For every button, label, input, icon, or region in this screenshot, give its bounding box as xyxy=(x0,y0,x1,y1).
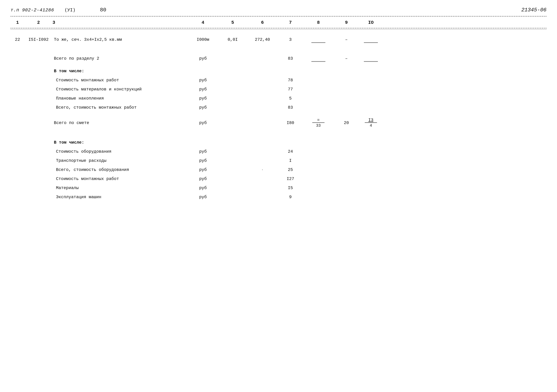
section-total-label: Всего по разделу 2 xyxy=(52,56,185,62)
section-total-col7: 83 xyxy=(280,56,301,62)
grand-total-col10: I3 4 xyxy=(357,117,385,129)
spacer1 xyxy=(10,46,547,54)
cost-label-0: Стоимость оборудования xyxy=(52,148,185,155)
cell-unit: I000м xyxy=(185,37,221,43)
cost-label-4: Материалы xyxy=(52,185,185,191)
header-title: т.п 902-2-41286 xyxy=(10,8,54,13)
col-header-5: 5 xyxy=(221,20,245,25)
cost-label-2: Всего, стоимость оборудования xyxy=(52,167,185,173)
cell-col8 xyxy=(301,37,336,44)
grand-total-unit: руб xyxy=(185,120,221,126)
subtotal-val-3: 83 xyxy=(280,105,301,111)
cell-description: То же, сеч. 3х4+Iх2,5 кв.мм xyxy=(52,37,185,43)
cost-unit-4: руб xyxy=(185,185,221,191)
section-total-unit: руб xyxy=(185,56,221,62)
divider-header-bottom xyxy=(10,28,547,28)
dbl-underline-8 xyxy=(311,37,325,43)
header: т.п 902-2-41286 (УI) 80 21345-06 xyxy=(10,7,547,13)
cost-label-1: Транспортные расходы xyxy=(52,158,185,164)
cost-unit-5: руб xyxy=(185,194,221,200)
cell-code: I5I-I092 xyxy=(25,37,52,43)
grand-total-col9: 20 xyxy=(336,120,357,126)
cell-col10 xyxy=(357,37,385,44)
col-header-9: 9 xyxy=(336,20,357,25)
header-code: 21345-06 xyxy=(521,7,547,13)
section-total-col8 xyxy=(301,56,336,62)
cell-empty-1 xyxy=(10,56,25,57)
cost-val-3: I27 xyxy=(280,176,301,182)
data-table: 22 I5I-I092 То же, сеч. 3х4+Iх2,5 кв.мм … xyxy=(10,35,547,202)
grand-total-label: Всего по смете xyxy=(52,120,185,126)
section-total-row: Всего по разделу 2 руб 83 – xyxy=(10,54,547,64)
col-header-1: 1 xyxy=(10,20,25,25)
cost-unit-2: руб xyxy=(185,167,221,173)
cost-row-1: Транспортные расходы руб I xyxy=(10,156,547,166)
subtotal-unit-3: руб xyxy=(185,105,221,111)
dbl-underline-10 xyxy=(364,37,378,43)
grand-total-row: Всего по смете руб I80 = 33 20 I3 4 xyxy=(10,116,547,130)
in-total-label2: В том числе: xyxy=(52,139,185,146)
table-row-main: 22 I5I-I092 То же, сеч. 3х4+Iх2,5 кв.мм … xyxy=(10,35,547,46)
col-header-8: 8 xyxy=(301,20,336,25)
subtotal-unit-2: руб xyxy=(185,95,221,101)
col-header-10: IO xyxy=(357,20,385,25)
subtotal-unit-1: руб xyxy=(185,86,221,92)
in-total-row: В том числе: xyxy=(10,67,547,76)
grand-total-col10-top: I3 xyxy=(365,118,377,123)
column-headers: 1 2 3 4 5 6 7 8 9 IO xyxy=(10,17,547,27)
grand-total-col8-bot: 33 xyxy=(316,123,321,128)
subtotal-val-1: 77 xyxy=(280,86,301,92)
grand-total-col7: I80 xyxy=(280,120,301,126)
section-total-empty6 xyxy=(245,56,280,57)
col-header-7: 7 xyxy=(280,20,301,25)
cost-row-0: Стоимость оборудования руб 24 xyxy=(10,147,547,156)
section-total-col10 xyxy=(357,56,385,62)
grand-total-col8-top: = xyxy=(312,118,325,123)
header-sub: (УI) xyxy=(65,8,75,13)
divider-top xyxy=(10,16,547,16)
cell-total: 3 xyxy=(280,37,301,43)
subtotal-val-2: 5 xyxy=(280,95,301,101)
cost-unit-0: руб xyxy=(185,148,221,155)
cost-unit-3: руб xyxy=(185,176,221,182)
subtotal-row-1: Стоимость материалов и конструкций руб 7… xyxy=(10,85,547,94)
cost-row-4: Материалы руб I5 xyxy=(10,184,547,193)
subtotal-row-0: Стоимость монтажных работ руб 78 xyxy=(10,76,547,85)
grand-total-col10-bot: 4 xyxy=(370,123,372,128)
cost-val-2: 25 xyxy=(280,167,301,173)
cell-row-num: 22 xyxy=(10,37,25,43)
col-header-2: 2 xyxy=(25,20,52,25)
subtotal-unit-0: руб xyxy=(185,77,221,83)
cost-val-1: I xyxy=(280,158,301,164)
col-header-6: 6 xyxy=(245,20,280,25)
cost-val-4: I5 xyxy=(280,185,301,191)
cell-price: 272,40 xyxy=(245,37,280,43)
cost-row-2: Всего, стоимость оборудования руб . 25 xyxy=(10,166,547,175)
section-total-col9: – xyxy=(336,56,357,62)
in-total-row2: В том числе: xyxy=(10,138,547,147)
spacer2 xyxy=(10,130,547,138)
col-header-3: 3 xyxy=(52,20,185,25)
cell-empty-2 xyxy=(25,56,52,57)
subtotal-row-2: Плановые накопления руб 5 xyxy=(10,94,547,103)
section-total-empty5 xyxy=(221,56,245,57)
subtotal-label-0: Стоимость монтажных работ xyxy=(52,77,185,83)
cost-val-0: 24 xyxy=(280,148,301,155)
in-total-label: В том числе: xyxy=(52,68,185,74)
cost-row-5: Эксплуатация машин руб 9 xyxy=(10,193,547,202)
col-header-4: 4 xyxy=(185,20,221,25)
cost-row-3: Стоимость монтажных работ руб I27 xyxy=(10,175,547,184)
cost-val-5: 9 xyxy=(280,194,301,200)
subtotal-label-3: Всего, стоимость монтажных работ xyxy=(52,105,185,111)
header-num: 80 xyxy=(100,7,106,13)
grand-total-col8: = 33 xyxy=(301,117,336,129)
cost-unit-1: руб xyxy=(185,158,221,164)
cell-col9: – xyxy=(336,37,357,43)
cell-qty: 0,0I xyxy=(221,37,245,43)
divider-header-bottom2 xyxy=(10,29,547,30)
subtotal-row-3: Всего, стоимость монтажных работ руб 83 xyxy=(10,103,547,113)
subtotal-val-0: 78 xyxy=(280,77,301,83)
subtotal-label-1: Стоимость материалов и конструкций xyxy=(52,86,185,92)
subtotal-label-2: Плановые накопления xyxy=(52,95,185,101)
cost-label-5: Эксплуатация машин xyxy=(52,194,185,200)
